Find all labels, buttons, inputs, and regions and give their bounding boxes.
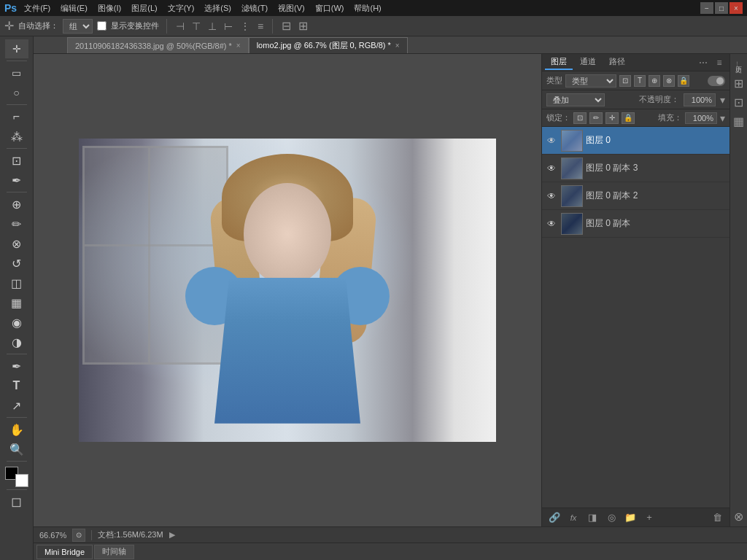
filter-icon-3[interactable]: ⊕ [649,75,660,87]
bottom-tab-bridge[interactable]: Mini Bridge [36,545,93,559]
ellipse-tool[interactable]: ○ [5,83,28,102]
menu-text[interactable]: 文字(Y) [165,3,198,14]
align-top-btn[interactable]: ⊤ [190,20,202,32]
lasso-tool[interactable]: ⌐ [5,107,28,126]
menu-edit[interactable]: 编辑(E) [58,3,90,14]
filter-icon-5[interactable]: 🔒 [678,75,689,87]
quick-mask-tool[interactable]: ◻ [5,492,28,511]
distribute-btn[interactable]: ⊟ [280,19,293,33]
menu-filter[interactable]: 滤镜(T) [239,3,271,14]
menu-select[interactable]: 选择(S) [201,3,234,14]
layer-link-btn[interactable]: 🔗 [546,511,562,524]
tab-layers[interactable]: 图层 [545,55,573,70]
fill-dropdown-icon[interactable]: ▾ [720,112,725,124]
layer-group-btn[interactable]: 📁 [622,511,638,524]
panel-menu-icon[interactable]: ≡ [712,55,727,70]
filter-icon-4[interactable]: ⊗ [663,75,675,87]
opacity-dropdown-icon[interactable]: ▾ [720,94,725,106]
menu-layer[interactable]: 图层(L) [128,3,160,14]
canvas-container [79,139,496,442]
hand-tool[interactable]: ✋ [5,420,28,439]
magic-wand-tool[interactable]: ⁂ [5,127,28,146]
filter-icon-1[interactable]: ⊡ [619,75,631,87]
status-icon[interactable]: ⊙ [72,529,85,542]
align-right-btn[interactable]: ⊢ [222,20,234,32]
layer-item-1[interactable]: 👁 图层 0 副本 3 [542,155,729,182]
tab-file2[interactable]: lomo2.jpg @ 66.7% (图层 0, RGB/8) * × [249,37,408,53]
lock-position-btn[interactable]: ✛ [605,112,619,124]
tab-paths[interactable]: 路径 [603,55,631,70]
tab-channels[interactable]: 通道 [574,55,602,70]
bottom-tab-timeline[interactable]: 时间轴 [94,545,134,559]
menu-help[interactable]: 帮助(H) [351,3,384,14]
layer-visibility-0[interactable]: 👁 [545,134,558,147]
doc-info: 文档:1.56M/6.23M [98,529,163,540]
align-left-btn[interactable]: ⊣ [174,20,186,32]
color-swatches[interactable] [5,467,28,487]
layer-new-btn[interactable]: + [641,511,657,524]
swatches-icon[interactable]: ▦ [732,114,746,128]
status-expand-arrow[interactable]: ▶ [169,530,175,540]
healing-brush-tool[interactable]: ⊕ [5,195,28,214]
layers-icon[interactable]: ⊞ [732,76,746,90]
canvas-image [79,139,496,442]
layer-fx-btn[interactable]: fx [565,511,581,524]
minimize-button[interactable]: − [700,2,713,14]
close-button[interactable]: × [729,2,743,14]
layer-item-2[interactable]: 👁 图层 0 副本 2 [542,182,729,210]
layer-delete-btn[interactable]: 🗑 [709,511,725,524]
align-bottom-btn[interactable]: ⊥ [206,20,218,32]
marquee-tool[interactable]: ▭ [5,63,28,82]
dodge-tool[interactable]: ◑ [5,332,28,351]
background-color[interactable] [15,474,28,487]
tab-close-1[interactable]: × [236,42,241,50]
layer-visibility-3[interactable]: 👁 [545,217,558,230]
menu-window[interactable]: 窗口(W) [312,3,347,14]
menu-file[interactable]: 文件(F) [21,3,53,14]
layer-adjustment-btn[interactable]: ◎ [603,511,619,524]
history-brush-tool[interactable]: ↺ [5,254,28,273]
history-panel-btn[interactable]: 历史... [732,57,746,71]
menu-view[interactable]: 视图(V) [275,3,308,14]
blend-mode-select[interactable]: 叠加 [546,93,605,106]
crop-tool[interactable]: ⊡ [5,151,28,170]
tab-close-2[interactable]: × [395,42,400,50]
align-center-v-btn[interactable]: ⋮ [239,20,252,32]
move-tool[interactable]: ✛ [5,39,28,58]
blur-tool[interactable]: ◉ [5,313,28,332]
filter-type-select[interactable]: 类型 [565,74,616,88]
layer-item-3[interactable]: 👁 图层 0 副本 [542,210,729,238]
path-select-tool[interactable]: ↗ [5,396,28,415]
pen-tool[interactable]: ✒ [5,357,28,376]
clone-stamp-tool[interactable]: ⊗ [5,234,28,253]
zoom-tool[interactable]: 🔍 [5,440,28,459]
color-icon[interactable]: ⊡ [732,95,746,109]
align-center-h-btn[interactable]: ≡ [256,20,265,32]
filter-toggle[interactable] [708,76,725,86]
lock-image-btn[interactable]: ✏ [589,112,603,124]
type-tool[interactable]: T [5,376,28,395]
panel-options-icon[interactable]: ⋯ [696,55,711,70]
opacity-input[interactable] [684,93,716,106]
layer-mask-btn[interactable]: ◨ [584,511,600,524]
lock-transparent-btn[interactable]: ⊡ [573,112,587,124]
fill-input[interactable] [685,112,717,124]
tab-file1[interactable]: 20110906182436338.jpg @ 50%(RGB/8#) * × [67,37,249,53]
layer-thumb-img-3 [562,214,582,234]
eyedropper-tool[interactable]: ✒ [5,171,28,190]
brush-tool[interactable]: ✏ [5,214,28,233]
filter-icon-2[interactable]: T [634,75,646,87]
auto-align-btn[interactable]: ⊞ [297,19,309,33]
layer-item-0[interactable]: 👁 图层 0 [542,127,729,155]
gradient-tool[interactable]: ▦ [5,293,28,312]
layer-visibility-2[interactable]: 👁 [545,190,558,203]
transform-checkbox[interactable] [97,21,107,31]
lock-all-btn[interactable]: 🔒 [622,112,635,124]
auto-select-dropdown[interactable]: 组 [63,19,93,34]
restore-button[interactable]: □ [715,2,728,14]
menu-image[interactable]: 图像(I) [95,3,124,14]
eraser-tool[interactable]: ◫ [5,273,28,292]
adjustments-icon[interactable]: ⊗ [732,509,746,524]
options-bar: ✛ 自动选择： 组 显示变换控件 ⊣ ⊤ ⊥ ⊢ ⋮ ≡ ⊟ ⊞ [0,16,747,36]
layer-visibility-1[interactable]: 👁 [545,162,558,175]
